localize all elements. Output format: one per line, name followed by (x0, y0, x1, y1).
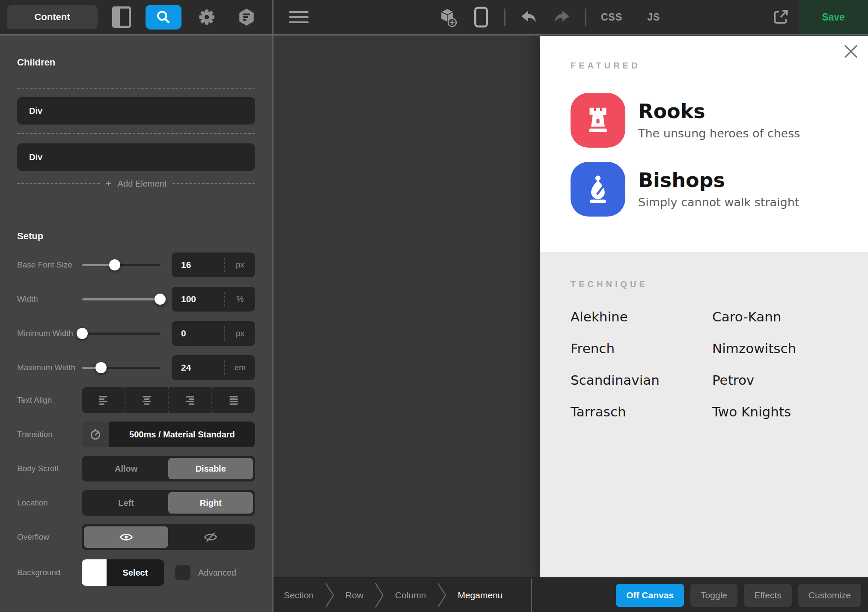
align-left-icon (98, 395, 109, 405)
input-unit[interactable]: px (224, 326, 255, 341)
slider-knob[interactable] (155, 294, 166, 305)
toolbar-border (0, 34, 868, 36)
maximum-width-input[interactable]: 24 em (172, 355, 255, 380)
location-label: Location (17, 497, 82, 508)
location-left-button[interactable]: Left (84, 492, 169, 514)
eye-icon (119, 532, 133, 542)
featured-item-title[interactable]: Rooks (638, 101, 800, 122)
child-element-div-2[interactable]: Div (17, 143, 255, 171)
technique-link[interactable]: Alekhine (571, 309, 712, 324)
slider-knob[interactable] (95, 362, 107, 373)
advanced-checkbox[interactable] (175, 565, 190, 580)
open-preview-button[interactable] (772, 9, 789, 26)
maximum-width-slider[interactable] (82, 362, 160, 373)
align-justify-button[interactable] (211, 387, 255, 413)
layout-toggle-button[interactable] (112, 6, 131, 28)
input-value[interactable]: 16 (172, 260, 224, 270)
minimum-width-input[interactable]: 0 px (172, 321, 255, 346)
search-button[interactable] (146, 5, 181, 30)
css-editor-button[interactable]: CSS (598, 11, 625, 24)
technique-link[interactable]: Caro-Kann (712, 309, 854, 324)
body-scroll-disable-button[interactable]: Disable (168, 458, 253, 479)
hamburger-icon (288, 10, 309, 24)
transition-label: Transition (17, 429, 82, 440)
undo-button[interactable] (519, 9, 537, 25)
align-left-button[interactable] (82, 387, 125, 413)
input-value[interactable]: 24 (172, 362, 224, 373)
overflow-visible-button[interactable] (84, 526, 169, 548)
text-align-control (82, 387, 255, 413)
close-button[interactable] (843, 44, 859, 60)
technique-link[interactable]: Tarrasch (571, 404, 712, 419)
presets-button[interactable] (238, 8, 255, 27)
align-justify-icon (228, 395, 239, 405)
input-unit[interactable]: px (224, 258, 255, 272)
width-slider[interactable] (82, 294, 160, 305)
menu-button[interactable] (288, 10, 309, 24)
add-element-row[interactable]: + Add Element (17, 176, 255, 191)
technique-link[interactable]: French (571, 341, 712, 356)
breadcrumb-section[interactable]: Section (273, 590, 324, 600)
input-unit[interactable]: em (224, 360, 255, 375)
background-label: Background (17, 567, 82, 578)
tab-toggle[interactable]: Toggle (690, 584, 737, 607)
color-swatch[interactable] (82, 559, 107, 586)
body-scroll-control: Allow Disable (82, 456, 255, 481)
minimum-width-slider[interactable] (82, 328, 160, 339)
tab-effects[interactable]: Effects (744, 584, 792, 607)
redo-button[interactable] (553, 9, 571, 25)
plus-icon: + (106, 178, 112, 189)
tab-customize[interactable]: Customize (798, 584, 861, 607)
input-value[interactable]: 0 (172, 328, 224, 339)
tab-off-canvas[interactable]: Off Canvas (616, 584, 684, 607)
width-input[interactable]: 100 % (172, 287, 255, 312)
settings-button[interactable] (197, 7, 217, 27)
featured-item-bishops[interactable]: Bishops Simply cannot walk straight (571, 162, 851, 217)
save-button[interactable]: Save (799, 0, 868, 34)
input-value[interactable]: 100 (172, 294, 224, 304)
transition-control[interactable]: 500ms / Material Standard (82, 422, 255, 447)
location-control: Left Right (82, 490, 255, 516)
input-unit[interactable]: % (224, 292, 255, 306)
technique-heading: TECHNIQUE (571, 279, 851, 289)
overflow-label: Overflow (17, 532, 82, 543)
content-button[interactable]: Content (7, 5, 98, 29)
slider-knob[interactable] (77, 328, 88, 339)
featured-item-text: Bishops Simply cannot walk straight (638, 169, 799, 209)
technique-link[interactable]: Two Knights (712, 404, 854, 419)
gear-icon (197, 7, 217, 27)
technique-link[interactable]: Petrov (712, 372, 854, 388)
featured-item-title[interactable]: Bishops (638, 169, 799, 191)
background-select-button[interactable]: Select (107, 559, 164, 586)
overflow-row: Overflow (17, 524, 255, 550)
technique-link[interactable]: Scandinavian (571, 372, 712, 388)
dashed-separator (17, 183, 100, 184)
breadcrumb-column[interactable]: Column (385, 590, 436, 600)
base-font-size-slider[interactable] (82, 259, 160, 270)
breadcrumb-row[interactable]: Row (335, 590, 374, 600)
overflow-hidden-button[interactable] (168, 526, 253, 548)
align-right-button[interactable] (168, 387, 211, 413)
chevron-right-icon (436, 578, 447, 612)
align-center-button[interactable] (125, 387, 168, 413)
slider-knob[interactable] (109, 259, 120, 270)
element-tab-buttons: Off Canvas Toggle Effects Customize (616, 584, 868, 607)
device-preview-button[interactable] (473, 6, 489, 28)
add-element-label: Add Element (118, 179, 167, 189)
breadcrumb-megamenu[interactable]: Megamenu (447, 590, 513, 600)
child-element-div-1[interactable]: Div (17, 97, 255, 125)
location-row: Location Left Right (17, 490, 255, 516)
body-scroll-allow-button[interactable]: Allow (84, 458, 169, 479)
slider-track[interactable] (82, 333, 160, 335)
add-element-button[interactable] (437, 6, 458, 28)
featured-item-rooks[interactable]: Rooks The unsung heroes of chess (571, 93, 851, 148)
transition-value[interactable]: 500ms / Material Standard (109, 422, 255, 447)
js-editor-button[interactable]: JS (645, 11, 663, 24)
transition-icon-cell[interactable] (82, 422, 109, 447)
location-right-button[interactable]: Right (168, 492, 253, 514)
technique-link[interactable]: Nimzowitsch (712, 341, 854, 356)
base-font-size-input[interactable]: 16 px (172, 253, 255, 277)
background-control: Select Advanced (82, 559, 255, 586)
advanced-label[interactable]: Advanced (198, 568, 236, 578)
chevron-right-icon (374, 578, 385, 612)
